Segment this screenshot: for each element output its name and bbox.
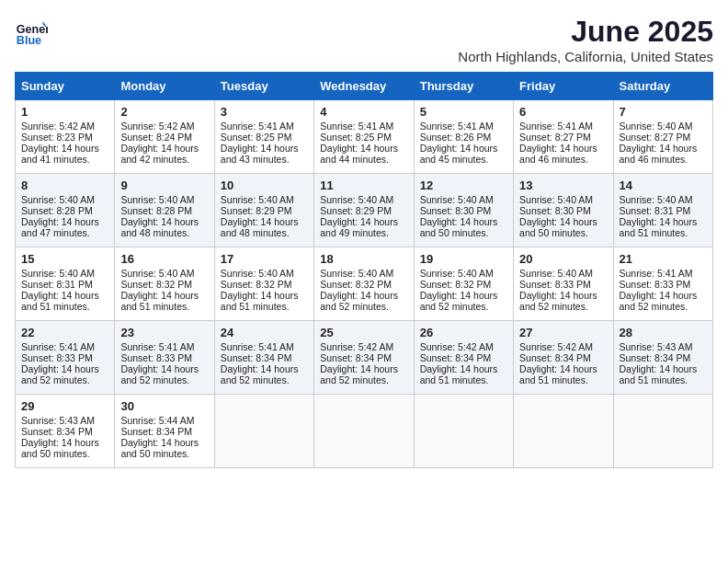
- calendar-cell: 15Sunrise: 5:40 AMSunset: 8:31 PMDayligh…: [16, 247, 115, 321]
- calendar-cell: 5Sunrise: 5:41 AMSunset: 8:26 PMDaylight…: [414, 100, 513, 174]
- calendar-cell: [613, 395, 712, 468]
- calendar-cell: 10Sunrise: 5:40 AMSunset: 8:29 PMDayligh…: [214, 174, 313, 247]
- daylight-label: Daylight: 14 hours and 50 minutes.: [21, 437, 99, 459]
- daylight-label: Daylight: 14 hours and 52 minutes.: [120, 363, 199, 385]
- calendar-cell: 21Sunrise: 5:41 AMSunset: 8:33 PMDayligh…: [613, 247, 712, 321]
- calendar-cell: [314, 395, 414, 468]
- daylight-label: Daylight: 14 hours and 44 minutes.: [320, 143, 398, 165]
- sunrise-label: Sunrise: 5:41 AM: [21, 341, 95, 352]
- sunset-label: Sunset: 8:24 PM: [120, 132, 192, 143]
- daylight-label: Daylight: 14 hours and 51 minutes.: [519, 363, 597, 385]
- calendar-cell: 8Sunrise: 5:40 AMSunset: 8:28 PMDaylight…: [16, 174, 115, 247]
- calendar-cell: 2Sunrise: 5:42 AMSunset: 8:24 PMDaylight…: [115, 100, 214, 174]
- day-number: 3: [221, 105, 308, 119]
- calendar-cell: [214, 395, 313, 468]
- daylight-label: Daylight: 14 hours and 51 minutes.: [221, 290, 299, 312]
- calendar-week-1: 1Sunrise: 5:42 AMSunset: 8:23 PMDaylight…: [16, 100, 713, 174]
- sunset-label: Sunset: 8:33 PM: [620, 279, 691, 290]
- calendar-cell: 12Sunrise: 5:40 AMSunset: 8:30 PMDayligh…: [414, 174, 513, 247]
- day-number: 29: [21, 399, 108, 413]
- daylight-label: Daylight: 14 hours and 46 minutes.: [519, 143, 597, 165]
- day-number: 1: [21, 105, 108, 119]
- daylight-label: Daylight: 14 hours and 46 minutes.: [620, 143, 698, 165]
- sunrise-label: Sunrise: 5:40 AM: [320, 194, 393, 205]
- calendar-cell: 17Sunrise: 5:40 AMSunset: 8:32 PMDayligh…: [214, 247, 313, 321]
- day-number: 2: [120, 105, 208, 119]
- day-number: 15: [21, 252, 108, 266]
- sunrise-label: Sunrise: 5:40 AM: [21, 268, 95, 279]
- daylight-label: Daylight: 14 hours and 42 minutes.: [120, 143, 199, 165]
- day-number: 24: [221, 326, 308, 339]
- daylight-label: Daylight: 14 hours and 49 minutes.: [320, 216, 398, 238]
- sunrise-label: Sunrise: 5:40 AM: [221, 268, 294, 279]
- day-number: 25: [320, 326, 407, 339]
- title-area: June 2025 North Highlands, California, U…: [458, 15, 713, 64]
- sunrise-label: Sunrise: 5:41 AM: [221, 121, 294, 132]
- day-number: 4: [320, 105, 407, 119]
- sunset-label: Sunset: 8:34 PM: [21, 426, 93, 437]
- daylight-label: Daylight: 14 hours and 51 minutes.: [420, 363, 498, 385]
- day-header-thursday: Thursday: [414, 73, 513, 100]
- sunset-label: Sunset: 8:33 PM: [21, 352, 93, 363]
- daylight-label: Daylight: 14 hours and 52 minutes.: [320, 290, 398, 312]
- sunset-label: Sunset: 8:29 PM: [320, 205, 392, 216]
- day-number: 18: [320, 252, 407, 266]
- sunrise-label: Sunrise: 5:40 AM: [120, 194, 194, 205]
- sunrise-label: Sunrise: 5:41 AM: [420, 121, 494, 132]
- calendar-table: SundayMondayTuesdayWednesdayThursdayFrid…: [15, 72, 713, 468]
- day-number: 27: [519, 326, 607, 339]
- day-number: 6: [519, 105, 607, 119]
- sunset-label: Sunset: 8:27 PM: [620, 132, 691, 143]
- day-number: 26: [420, 326, 507, 339]
- sunrise-label: Sunrise: 5:42 AM: [519, 341, 593, 352]
- calendar-title: June 2025: [458, 15, 713, 49]
- sunrise-label: Sunrise: 5:44 AM: [120, 415, 194, 426]
- day-header-tuesday: Tuesday: [214, 73, 313, 100]
- logo: General Blue: [15, 15, 48, 48]
- daylight-label: Daylight: 14 hours and 45 minutes.: [420, 143, 498, 165]
- daylight-label: Daylight: 14 hours and 47 minutes.: [21, 216, 99, 238]
- calendar-header: General Blue June 2025 North Highlands, …: [15, 15, 713, 64]
- sunset-label: Sunset: 8:32 PM: [221, 279, 292, 290]
- daylight-label: Daylight: 14 hours and 48 minutes.: [221, 216, 299, 238]
- sunset-label: Sunset: 8:34 PM: [620, 352, 691, 363]
- daylight-label: Daylight: 14 hours and 51 minutes.: [620, 363, 698, 385]
- sunset-label: Sunset: 8:23 PM: [21, 132, 93, 143]
- sunset-label: Sunset: 8:25 PM: [221, 132, 292, 143]
- day-number: 12: [420, 178, 507, 192]
- sunrise-label: Sunrise: 5:42 AM: [21, 121, 95, 132]
- sunset-label: Sunset: 8:32 PM: [320, 279, 392, 290]
- daylight-label: Daylight: 14 hours and 51 minutes.: [120, 290, 199, 312]
- calendar-cell: 29Sunrise: 5:43 AMSunset: 8:34 PMDayligh…: [16, 395, 115, 468]
- calendar-cell: 13Sunrise: 5:40 AMSunset: 8:30 PMDayligh…: [514, 174, 613, 247]
- daylight-label: Daylight: 14 hours and 41 minutes.: [21, 143, 99, 165]
- sunrise-label: Sunrise: 5:42 AM: [120, 121, 194, 132]
- day-header-friday: Friday: [514, 73, 613, 100]
- logo-icon: General Blue: [15, 15, 48, 48]
- sunrise-label: Sunrise: 5:41 AM: [519, 121, 593, 132]
- calendar-cell: 9Sunrise: 5:40 AMSunset: 8:28 PMDaylight…: [115, 174, 214, 247]
- calendar-cell: 24Sunrise: 5:41 AMSunset: 8:34 PMDayligh…: [214, 321, 313, 395]
- sunset-label: Sunset: 8:34 PM: [420, 352, 492, 363]
- daylight-label: Daylight: 14 hours and 48 minutes.: [120, 216, 199, 238]
- day-header-sunday: Sunday: [16, 73, 115, 100]
- day-number: 5: [420, 105, 507, 119]
- daylight-label: Daylight: 14 hours and 50 minutes.: [519, 216, 597, 238]
- sunset-label: Sunset: 8:28 PM: [120, 205, 192, 216]
- sunrise-label: Sunrise: 5:43 AM: [620, 341, 693, 352]
- daylight-label: Daylight: 14 hours and 52 minutes.: [21, 363, 99, 385]
- calendar-cell: [514, 395, 613, 468]
- sunrise-label: Sunrise: 5:41 AM: [320, 121, 393, 132]
- day-number: 7: [620, 105, 707, 119]
- calendar-cell: 16Sunrise: 5:40 AMSunset: 8:32 PMDayligh…: [115, 247, 214, 321]
- sunset-label: Sunset: 8:33 PM: [120, 352, 192, 363]
- sunrise-label: Sunrise: 5:40 AM: [420, 194, 494, 205]
- sunrise-label: Sunrise: 5:43 AM: [21, 415, 95, 426]
- calendar-cell: [414, 395, 513, 468]
- daylight-label: Daylight: 14 hours and 50 minutes.: [120, 437, 199, 459]
- calendar-cell: 7Sunrise: 5:40 AMSunset: 8:27 PMDaylight…: [613, 100, 712, 174]
- sunset-label: Sunset: 8:31 PM: [21, 279, 93, 290]
- day-header-monday: Monday: [115, 73, 214, 100]
- sunset-label: Sunset: 8:31 PM: [620, 205, 691, 216]
- day-number: 21: [620, 252, 707, 266]
